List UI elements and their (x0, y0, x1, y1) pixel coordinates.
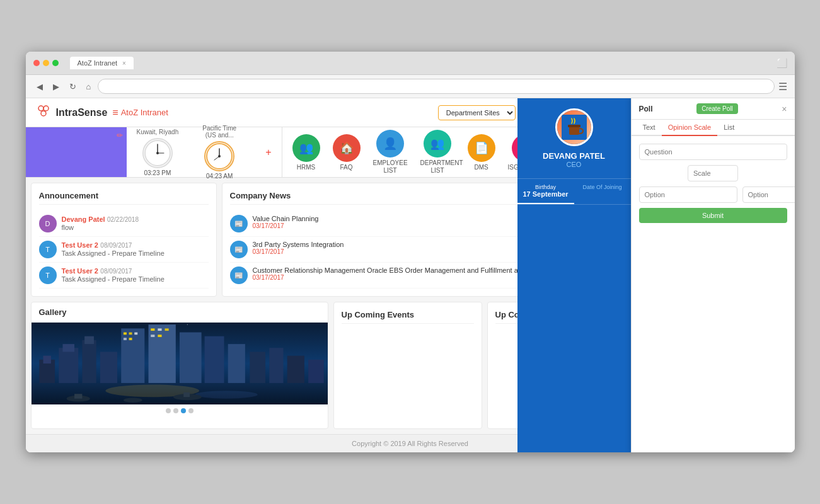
app-container: IntraSense ≡ AtoZ Intranet Department Si… (26, 98, 795, 452)
employee-list-label: EMPLOYEE LIST (373, 159, 408, 175)
poll-submit-button[interactable]: Submit (639, 208, 787, 223)
svg-rect-27 (180, 333, 202, 391)
ann-text-1: Task Assigned - Prepare Timeline (62, 249, 209, 257)
announcement-item-0: D Devang Patel 02/22/2018 flow (39, 211, 209, 237)
browser-tab[interactable]: AtoZ Intranet × (70, 57, 134, 69)
poll-header: Poll Create Poll × (632, 98, 795, 120)
tab-close-btn[interactable]: × (122, 60, 126, 67)
hero-edit-btn[interactable]: ✏ (117, 131, 123, 140)
svg-rect-28 (204, 336, 224, 391)
news-icon-0: 📰 (230, 215, 248, 232)
ann-name-1[interactable]: Test User 2 (62, 241, 99, 249)
ann-avatar-2: T (39, 266, 57, 284)
profile-tab-birthday[interactable]: Birthday 17 September (517, 179, 574, 204)
profile-tabs: Birthday 17 September Date Of Joining (517, 179, 631, 205)
department-select[interactable]: Department Sites (438, 105, 516, 120)
poll-tab-opinion-scale[interactable]: Opinion Scale (662, 120, 718, 136)
quicklink-dms[interactable]: 📄 DMS (468, 134, 495, 171)
poll-option2-input[interactable] (742, 186, 795, 203)
clock-add-button[interactable]: + (265, 147, 271, 158)
svg-rect-19 (43, 356, 50, 364)
gallery-dot-2[interactable] (181, 408, 186, 413)
logo-subtitle-text: AtoZ Intranet (121, 108, 168, 117)
gallery-dot-0[interactable] (166, 408, 171, 413)
clock-kuwait: Kuwait, Riyadh 03:23 PM (137, 129, 179, 176)
browser-titlebar: AtoZ Intranet × ⬜ (26, 52, 795, 75)
browser-menu-button[interactable]: ☰ (778, 81, 787, 93)
gallery-dot-1[interactable] (173, 408, 178, 413)
svg-rect-26 (148, 324, 175, 391)
quicklink-department-list[interactable]: 👥 DEPARTMENT LIST (420, 130, 455, 175)
svg-point-0 (38, 106, 43, 111)
poll-scale-input[interactable] (688, 165, 738, 181)
upcoming-events-title: Up Coming Events (342, 310, 474, 324)
poll-question-input[interactable] (639, 144, 787, 160)
address-bar[interactable] (98, 79, 774, 94)
logo-icon (36, 103, 51, 122)
back-button[interactable]: ◀ (33, 81, 46, 93)
profile-avatar-inner (557, 110, 591, 144)
svg-point-6 (156, 152, 159, 154)
svg-point-1 (43, 106, 49, 111)
ann-name-2[interactable]: Test User 2 (62, 267, 99, 275)
clock-kuwait-svg (144, 139, 171, 167)
dot-yellow[interactable] (43, 60, 49, 66)
ann-content-1: Test User 2 08/09/2017 Task Assigned - P… (62, 241, 209, 257)
dms-icon: 📄 (468, 134, 495, 162)
ann-text-2: Task Assigned - Prepare Timeline (62, 275, 209, 283)
svg-point-46 (195, 391, 257, 398)
dms-label: DMS (474, 164, 488, 171)
clock-pacific-face (204, 141, 234, 171)
profile-tab-joining[interactable]: Date Of Joining (574, 179, 631, 204)
logo-subtitle: ≡ AtoZ Intranet (112, 107, 168, 118)
clock-kuwait-label: Kuwait, Riyadh (137, 129, 179, 135)
new-tab-icon[interactable]: ⬜ (777, 58, 787, 68)
quicklink-employee-list[interactable]: 👤 EMPLOYEE LIST (373, 130, 408, 175)
poll-close-button[interactable]: × (782, 104, 787, 114)
profile-avatar (555, 108, 593, 146)
ann-name-0[interactable]: Devang Patel (62, 215, 105, 223)
ann-content-0: Devang Patel 02/22/2018 flow (62, 215, 209, 231)
department-list-icon: 👥 (424, 130, 451, 158)
clock-pacific-time: 04:23 AM (206, 173, 233, 180)
svg-rect-23 (84, 336, 94, 344)
profile-section: DEVANG PATEL CEO (517, 98, 631, 179)
poll-tabs: Text Opinion Scale List (632, 120, 795, 136)
poll-tab-list[interactable]: List (717, 120, 741, 136)
svg-rect-43 (158, 335, 161, 337)
browser-window: AtoZ Intranet × ⬜ ◀ ▶ ↻ ⌂ ☰ IntraSen (26, 52, 795, 452)
poll-panel: Poll Create Poll × Text Opinion Scale Li… (631, 98, 795, 452)
svg-rect-36 (134, 333, 137, 335)
refresh-button[interactable]: ↻ (66, 81, 79, 93)
svg-rect-54 (568, 125, 580, 127)
browser-toolbar: ◀ ▶ ↻ ⌂ ☰ (26, 75, 795, 98)
svg-rect-34 (123, 333, 126, 335)
poll-option1-input[interactable] (639, 186, 737, 203)
quicklink-faq[interactable]: 🏠 FAQ (333, 134, 361, 171)
birthday-tab-label: Birthday (520, 184, 572, 190)
city-skyline-svg (32, 323, 328, 404)
profile-role: CEO (528, 161, 621, 168)
home-button[interactable]: ⌂ (83, 81, 95, 93)
announcement-item-1: T Test User 2 08/09/2017 Task Assigned -… (39, 237, 209, 263)
browser-dots (33, 60, 59, 66)
gallery-dot-3[interactable] (188, 408, 193, 413)
clock-pacific-label: Pacific Time (US and... (197, 125, 241, 139)
faq-label: FAQ (340, 164, 353, 171)
gallery-title: Gallery (32, 302, 328, 323)
announcement-card: Announcement D Devang Patel 02/22/2018 f… (31, 183, 217, 297)
right-panel: DEVANG PATEL CEO Birthday 17 September D… (517, 98, 631, 452)
dot-green[interactable] (52, 60, 59, 66)
forward-button[interactable]: ▶ (50, 81, 62, 93)
svg-rect-37 (123, 338, 126, 340)
ann-date-2: 08/09/2017 (100, 268, 132, 275)
poll-tab-text[interactable]: Text (637, 120, 662, 136)
svg-point-2 (41, 111, 46, 116)
dot-red[interactable] (33, 60, 40, 66)
svg-rect-51 (183, 392, 190, 397)
clocks-area: Kuwait, Riyadh 03:23 PM Pacific Time (US… (127, 127, 282, 177)
create-poll-button[interactable]: Create Poll (696, 103, 737, 114)
svg-rect-41 (165, 328, 168, 331)
quicklink-hrms[interactable]: 👥 HRMS (292, 134, 320, 171)
svg-rect-25 (121, 328, 144, 391)
